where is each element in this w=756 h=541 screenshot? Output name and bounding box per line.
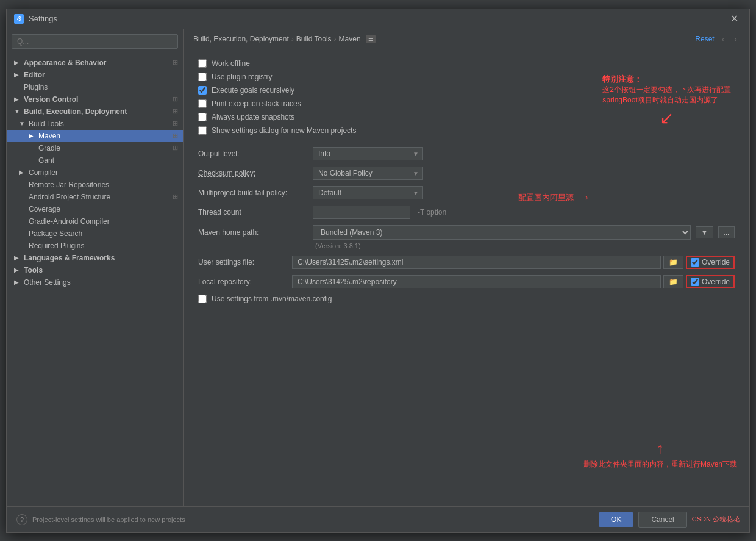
settings-icon: ⊞ [173,59,178,66]
main-content: ▶ Appearance & Behavior ⊞ ▶ Editor Plugi… [7,29,749,506]
search-input[interactable] [12,34,178,49]
sidebar-item-tools[interactable]: ▶ Tools [7,264,183,276]
annotation-block-1: 特别注意： 这2个按钮一定要勾选，下次再进行配置 springBoot项目时就自… [602,74,731,128]
user-settings-override-checkbox[interactable] [691,258,699,267]
multiproject-select-wrapper: Default Fail At End Fail Never ▼ [313,186,423,199]
checkbox-row-work-offline: Work offline [198,59,735,68]
maven-home-select[interactable]: Bundled (Maven 3) [313,225,691,240]
sidebar-item-gant[interactable]: Gant [7,154,183,167]
breadcrumb-icon: ☰ [366,35,376,43]
execute-goals-checkbox[interactable] [198,86,207,95]
title-bar-left: ⚙ Settings [14,14,57,24]
work-offline-checkbox[interactable] [198,59,207,68]
print-exception-label[interactable]: Print exception stack traces [212,99,301,108]
sidebar-item-gradle-android[interactable]: Gradle-Android Compiler [7,215,183,228]
local-repo-input[interactable] [292,275,661,288]
output-level-select-wrapper: Info Debug Warning Error ▼ [313,147,423,160]
sidebar-item-required-plugins[interactable]: Required Plugins [7,240,183,252]
sidebar-item-plugins[interactable]: Plugins [7,81,183,93]
sidebar: ▶ Appearance & Behavior ⊞ ▶ Editor Plugi… [7,29,184,506]
sidebar-item-version-control[interactable]: ▶ Version Control ⊞ [7,93,183,106]
annotation-arrow-3: ↑ [583,440,737,457]
sidebar-item-coverage[interactable]: Coverage [7,203,183,215]
use-mvn-config-label[interactable]: Use settings from .mvn/maven.config [212,295,332,303]
sidebar-item-maven[interactable]: ▶ Maven ⊞ [7,130,183,142]
watermark: CSDN 公粒花花 [692,515,740,524]
print-exception-checkbox[interactable] [198,99,207,108]
breadcrumb-bar: Build, Execution, Deployment › Build Too… [184,29,749,49]
user-settings-input[interactable] [292,256,661,269]
settings-icon: ⊞ [173,132,178,140]
settings-icon: ⊞ [173,95,178,103]
thread-count-input[interactable] [313,206,410,219]
output-level-select[interactable]: Info Debug Warning Error [313,147,423,160]
forward-button[interactable]: › [732,34,740,44]
use-plugin-registry-checkbox[interactable] [198,73,207,81]
ok-button[interactable]: OK [599,512,633,527]
maven-home-label: Maven home path: [198,228,308,237]
user-settings-override-label[interactable]: Override [702,258,730,267]
bottom-actions: OK Cancel CSDN 公粒花花 [599,512,740,528]
reset-button[interactable]: Reset [695,35,714,43]
dialog-title: Settings [29,14,57,23]
breadcrumb-sep-1: › [291,35,294,43]
user-settings-row: User settings file: 📁 Override [198,256,735,269]
show-settings-label[interactable]: Show settings dialog for new Maven proje… [212,126,356,135]
sidebar-item-build-exec-deploy[interactable]: ▼ Build, Execution, Deployment ⊞ [7,106,183,118]
settings-icon: ⊞ [173,107,178,115]
use-plugin-registry-label[interactable]: Use plugin registry [212,73,272,81]
show-settings-checkbox[interactable] [198,126,207,135]
annotation-body-1: 这2个按钮一定要勾选，下次再进行配置 springBoot项目时就自动走国内源了 [602,85,731,106]
execute-goals-label[interactable]: Execute goals recursively [212,86,294,95]
sidebar-item-package-search[interactable]: Package Search [7,228,183,240]
chevron-right-icon: ▶ [29,132,36,139]
annotation-arrow-1: ↙ [602,108,731,128]
breadcrumb-part-2: Build Tools [296,35,332,43]
sidebar-item-remote-jar[interactable]: Remote Jar Repositories [7,179,183,191]
local-repo-override: Override [686,275,735,288]
maven-home-browse-btn[interactable]: ... [718,226,735,238]
local-repo-browse-btn[interactable]: 📁 [663,275,683,288]
checksum-policy-select-wrapper: No Global Policy Strict Warn Ignore ▼ [313,167,423,180]
bottom-note: Project-level settings will be applied t… [32,516,185,523]
cancel-button[interactable]: Cancel [638,512,686,528]
sidebar-item-build-tools[interactable]: ▼ Build Tools ⊞ [7,118,183,130]
help-button[interactable]: ? [16,514,27,525]
chevron-down-icon: ▼ [14,108,21,115]
local-repo-override-label[interactable]: Override [702,278,730,286]
always-update-label[interactable]: Always update snapshots [212,113,294,121]
multiproject-row: Multiproject build fail policy: Default … [198,186,735,199]
local-repo-override-checkbox[interactable] [691,278,699,286]
annotation-text-3: 删除此文件夹里面的内容，重新进行Maven下载 [583,460,737,468]
checksum-policy-select[interactable]: No Global Policy Strict Warn Ignore [313,167,423,180]
user-settings-override: Override [686,256,735,269]
sidebar-item-gradle[interactable]: Gradle ⊞ [7,142,183,154]
back-button[interactable]: ‹ [719,34,727,44]
sidebar-item-android-project[interactable]: Android Project Structure ⊞ [7,191,183,203]
sidebar-item-other-settings[interactable]: ▶ Other Settings [7,276,183,288]
right-panel: Build, Execution, Deployment › Build Too… [184,29,749,506]
user-settings-browse-btn[interactable]: 📁 [663,256,683,269]
close-button[interactable]: ✕ [727,13,742,25]
thread-count-label: Thread count [198,208,308,217]
sidebar-item-compiler[interactable]: ▶ Compiler [7,167,183,179]
maven-home-row: Maven home path: Bundled (Maven 3) ▼ ... [198,225,735,240]
chevron-right-icon: ▶ [14,71,21,78]
maven-home-dropdown-btn[interactable]: ▼ [696,226,713,238]
settings-content: Work offline Use plugin registry Execute… [184,49,749,506]
chevron-right-icon: ▶ [14,254,21,261]
always-update-checkbox[interactable] [198,113,207,121]
sidebar-item-appearance[interactable]: ▶ Appearance & Behavior ⊞ [7,57,183,69]
annotation-block-3: ↑ 删除此文件夹里面的内容，重新进行Maven下载 [583,440,737,470]
search-box [7,29,183,54]
sidebar-item-editor[interactable]: ▶ Editor [7,69,183,81]
multiproject-select[interactable]: Default Fail At End Fail Never [313,186,423,199]
use-mvn-config-checkbox[interactable] [198,295,207,303]
work-offline-label[interactable]: Work offline [212,59,250,68]
maven-version-note: (Version: 3.8.1) [315,242,735,249]
breadcrumb-sep-2: › [334,35,337,43]
output-level-row: Output level: Info Debug Warning Error ▼ [198,147,735,160]
sidebar-item-languages[interactable]: ▶ Languages & Frameworks [7,252,183,264]
settings-icon: ⊞ [173,144,178,152]
chevron-right-icon: ▶ [14,96,21,102]
